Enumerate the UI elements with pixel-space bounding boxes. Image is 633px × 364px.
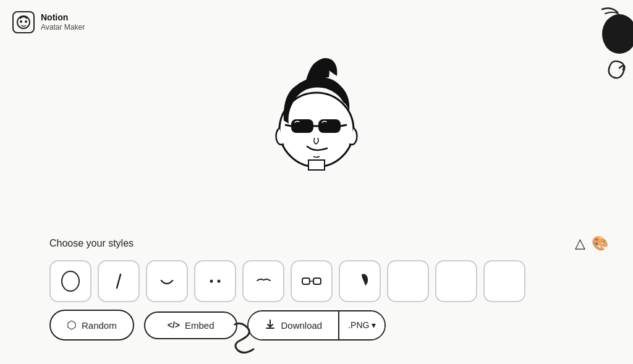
svg-line-9 (285, 125, 291, 126)
chevron-down-icon: ▾ (372, 320, 376, 330)
avatar-display (255, 49, 378, 179)
svg-rect-6 (291, 119, 313, 133)
action-bar: ⬡ Random </> Embed Download .PNG ▾ (49, 310, 608, 341)
style-item-blank3[interactable] (483, 260, 525, 302)
style-item-eyes[interactable] (194, 260, 236, 302)
palette-icon[interactable]: 🎨 (592, 235, 608, 252)
app-logo-icon (12, 11, 35, 33)
svg-rect-5 (308, 160, 325, 170)
svg-rect-16 (313, 278, 321, 284)
svg-point-2 (25, 20, 27, 23)
embed-code-icon: </> (168, 320, 180, 330)
random-icon: ⬡ (67, 318, 77, 332)
style-grid (49, 260, 608, 302)
svg-rect-15 (302, 278, 310, 284)
svg-point-13 (210, 280, 213, 283)
svg-point-1 (20, 20, 22, 23)
svg-line-10 (341, 125, 347, 126)
app-title: Notion (41, 12, 85, 23)
style-item-eyebrows[interactable] (242, 260, 284, 302)
svg-rect-7 (318, 119, 341, 133)
style-item-blank1[interactable] (387, 260, 429, 302)
styles-icons: △ 🎨 (575, 235, 608, 252)
deco-bottom-squiggle (223, 318, 297, 358)
svg-point-14 (218, 280, 221, 283)
deco-top-right (571, 0, 633, 99)
style-item-face[interactable] (49, 260, 91, 302)
random-label: Random (82, 320, 117, 331)
svg-point-3 (602, 14, 633, 54)
style-item-blank2[interactable] (435, 260, 477, 302)
app-header: Notion Avatar Maker (12, 11, 85, 33)
svg-point-11 (62, 271, 79, 291)
embed-label: Embed (185, 320, 215, 331)
svg-line-12 (117, 274, 121, 288)
random-button[interactable]: ⬡ Random (49, 310, 134, 341)
styles-header: Choose your styles △ 🎨 (49, 235, 608, 252)
format-selector[interactable]: .PNG ▾ (339, 311, 384, 339)
triangle-icon[interactable]: △ (575, 235, 585, 252)
logo-text: Notion Avatar Maker (41, 12, 85, 32)
style-item-eyebrow-line[interactable] (98, 260, 140, 302)
styles-label: Choose your styles (49, 238, 134, 249)
app-subtitle: Avatar Maker (41, 23, 85, 32)
format-label: .PNG (348, 320, 369, 330)
styles-section: Choose your styles △ 🎨 (49, 235, 608, 302)
style-item-glasses[interactable] (291, 260, 333, 302)
style-item-hair[interactable] (339, 260, 381, 302)
style-item-smile[interactable] (146, 260, 188, 302)
